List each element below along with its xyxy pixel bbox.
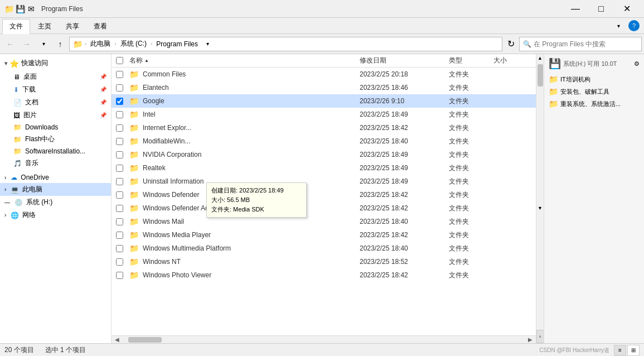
tab-home[interactable]: 主页 xyxy=(31,20,58,33)
back-button[interactable]: ← xyxy=(2,36,18,52)
scroll-right-button[interactable]: ▶ xyxy=(525,336,536,344)
folder-icon-4: 📁 xyxy=(13,147,22,155)
header-type[interactable]: 类型 xyxy=(447,56,491,65)
table-row[interactable]: 📁 Elantech 2023/2/25 18:46 文件夹 xyxy=(112,81,536,94)
table-row[interactable]: 📁 NVIDIA Corporation 2023/2/25 18:49 文件夹 xyxy=(112,148,536,161)
row-checkbox[interactable] xyxy=(116,258,123,266)
table-row[interactable]: 📁 Intel 2023/2/25 18:49 文件夹 xyxy=(112,108,536,121)
scroll-thumb[interactable] xyxy=(128,337,162,343)
row-checkbox[interactable] xyxy=(116,138,123,145)
table-row[interactable]: 📁 Windows Defender Advanced Thr... 2023/… xyxy=(112,201,536,215)
sidebar-item-desktop[interactable]: 🖥 桌面 📌 xyxy=(0,70,111,83)
table-row[interactable]: 📁 Internet Explor... 2023/2/25 18:42 文件夹 xyxy=(112,121,536,134)
tab-share[interactable]: 共享 xyxy=(59,20,86,33)
path-dropdown-button[interactable]: ▾ xyxy=(202,37,213,51)
grid-view-button[interactable]: ⊞ xyxy=(627,345,640,356)
row-checkbox[interactable] xyxy=(116,245,123,252)
row-name-cell: 📁 Windows Media Player xyxy=(127,230,357,239)
list-view-button[interactable]: ≡ xyxy=(614,345,626,356)
table-row[interactable]: 📁 Windows Mail 2023/2/25 18:40 文件夹 xyxy=(112,215,536,228)
sidebar-item-downloads2[interactable]: 📁 Downloads xyxy=(0,122,111,133)
scroll-up-button[interactable]: ▲ xyxy=(536,54,544,62)
v-scroll-thumb[interactable] xyxy=(538,64,543,86)
sidebar-quickaccess-label: 快速访问 xyxy=(21,59,48,68)
table-row[interactable]: 📁 Realtek 2023/2/25 18:49 文件夹 xyxy=(112,161,536,175)
table-row[interactable]: 📁 Windows NT 2023/2/25 18:52 文件夹 xyxy=(112,255,536,268)
sidebar-item-flash[interactable]: 📁 Flash中心 xyxy=(0,133,111,146)
up-button[interactable]: ↑ xyxy=(52,36,68,52)
sidebar-item-music[interactable]: 🎵 音乐 xyxy=(0,157,111,170)
file-name: Windows Defender Advanced Thr... xyxy=(143,204,355,212)
row-checkbox[interactable] xyxy=(116,218,123,225)
breadcrumb-drive[interactable]: 系统 (C:) xyxy=(119,39,148,49)
table-row[interactable]: 📁 Windows Defender 2023/2/25 18:42 文件夹 xyxy=(112,188,536,201)
sidebar-item-network[interactable]: › 🌐 网络 xyxy=(0,209,111,222)
header-name[interactable]: 名称 ▲ xyxy=(127,56,357,65)
minimize-button[interactable]: — xyxy=(563,0,588,18)
sidebar-item-thispc[interactable]: › 💻 此电脑 xyxy=(0,183,111,196)
tab-file[interactable]: 文件 xyxy=(2,19,30,34)
help-button[interactable]: ? xyxy=(628,20,640,31)
header-date[interactable]: 修改日期 xyxy=(357,56,447,65)
table-row[interactable]: 📁 Common Files 2023/2/25 20:18 文件夹 xyxy=(112,68,536,81)
row-name-cell: 📁 Windows Photo Viewer xyxy=(127,271,357,280)
header-size[interactable]: 大小 xyxy=(491,56,536,65)
dropdown-button[interactable]: ▾ xyxy=(36,36,51,52)
table-row[interactable]: 📁 Uninstall Information 2023/2/25 18:49 … xyxy=(112,175,536,188)
row-checkbox[interactable] xyxy=(116,84,123,92)
row-checkbox[interactable] xyxy=(116,111,123,118)
forward-button[interactable]: → xyxy=(19,36,35,52)
row-checkbox[interactable] xyxy=(116,71,123,78)
gear-icon[interactable]: ⚙ xyxy=(634,60,640,68)
breadcrumb-current[interactable]: Program Files xyxy=(154,40,200,48)
table-row[interactable]: 📁 Google 2023/2/26 9:10 文件夹 xyxy=(112,94,536,108)
tab-view[interactable]: 查看 xyxy=(87,20,114,33)
right-panel-header: 💾 系统(H:) 可用 10.0T ⚙ xyxy=(546,56,642,71)
row-checkbox[interactable] xyxy=(116,232,123,239)
path-sep-1: › xyxy=(85,41,86,47)
pin-icon: 📌 xyxy=(100,74,106,80)
horizontal-scrollbar[interactable]: ◀ ▶ xyxy=(112,335,536,343)
row-checkbox[interactable] xyxy=(116,151,123,158)
row-checkbox[interactable] xyxy=(116,272,123,279)
breadcrumb-thispc[interactable]: 此电脑 xyxy=(89,39,112,49)
ribbon-dropdown-button[interactable]: ▾ xyxy=(611,18,626,33)
row-checkbox[interactable] xyxy=(116,124,123,132)
sidebar-item-software[interactable]: 📁 SoftwareInstallatio... xyxy=(0,146,111,157)
scroll-down-button[interactable]: ▼ xyxy=(536,204,544,212)
right-panel-item[interactable]: 📁重装系统、系统激活... xyxy=(546,98,642,110)
row-date: 2023/2/25 18:40 xyxy=(357,218,447,225)
folder-icon: 📁 xyxy=(129,271,139,280)
sidebar-item-onedrive[interactable]: › ☁ OneDrive xyxy=(0,172,111,183)
folder-icon: 📁 xyxy=(4,4,13,13)
address-path: 📁 › 此电脑 › 系统 (C:) › Program Files ▾ xyxy=(69,37,502,51)
row-checkbox[interactable] xyxy=(116,165,123,172)
maximize-button[interactable]: □ xyxy=(588,0,614,18)
refresh-button[interactable]: ↻ xyxy=(503,37,518,51)
row-checkbox[interactable] xyxy=(116,98,123,105)
right-panel-item[interactable]: 📁IT培训机构 xyxy=(546,73,642,85)
search-input[interactable] xyxy=(534,40,638,48)
table-row[interactable]: 📁 Windows Media Player 2023/2/25 18:42 文… xyxy=(112,228,536,242)
ribbon: 文件 主页 共享 查看 ▾ ? xyxy=(0,18,644,34)
collapse-button[interactable]: › xyxy=(536,330,544,343)
folder-icon: 📁 xyxy=(129,137,139,146)
sidebar-item-downloads[interactable]: ⬇ 下载 📌 xyxy=(0,83,111,96)
row-checkbox[interactable] xyxy=(116,205,123,212)
row-checkbox[interactable] xyxy=(116,191,123,199)
table-row[interactable]: 📁 ModifiableWin... 2023/2/25 18:40 文件夹 xyxy=(112,134,536,148)
row-type: 文件夹 xyxy=(447,110,491,119)
pictures-icon: 🖼 xyxy=(13,112,20,119)
sidebar-item-documents[interactable]: 📄 文档 📌 xyxy=(0,96,111,109)
select-all-checkbox[interactable] xyxy=(116,57,123,64)
close-button[interactable]: ✕ xyxy=(614,0,640,18)
row-checkbox[interactable] xyxy=(116,178,123,185)
sidebar-item-systemh[interactable]: — 💿 系统 (H:) xyxy=(0,196,111,209)
sidebar-item-pictures[interactable]: 🖼 图片 📌 xyxy=(0,109,111,122)
scroll-left-button[interactable]: ◀ xyxy=(112,336,123,344)
table-row[interactable]: 📁 Windows Photo Viewer 2023/2/25 18:42 文… xyxy=(112,268,536,282)
table-row[interactable]: 📁 Windows Multimedia Platform 2023/2/25 … xyxy=(112,242,536,255)
sidebar-header-quickaccess[interactable]: ▾ ⭐ 快速访问 xyxy=(0,56,111,70)
right-panel-item[interactable]: 📁安装包、破解工具 xyxy=(546,85,642,98)
panel-folder-icon: 📁 xyxy=(549,99,558,108)
